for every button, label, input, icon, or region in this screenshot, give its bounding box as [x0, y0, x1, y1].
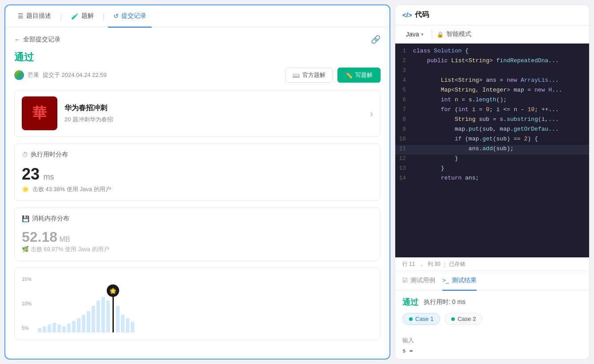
chart-bars: 🌟 — [38, 275, 373, 332]
code-line-1: 1 class Solution { — [395, 47, 589, 57]
runtime-section: ⏱ 执行用时分布 23 ms 🌟 击败 43.38% 使用 Java 的用户 — [14, 143, 381, 201]
code-header: </> 代码 — [395, 5, 589, 25]
code-line-14: 14 return ans; — [395, 174, 589, 184]
bar-13 — [96, 300, 100, 332]
case-tab-2[interactable]: Case 2 — [445, 313, 482, 325]
bar-6 — [62, 326, 66, 332]
card-subtitle: 20 题冲刺华为春招 — [64, 116, 113, 124]
input-value: s = — [402, 347, 582, 354]
code-line-13: 13 } — [395, 164, 589, 174]
code-line-6: 6 int n = s.length(); — [395, 96, 589, 106]
marker-stem — [112, 296, 114, 332]
tab-divider-1: | — [60, 12, 62, 20]
toolbar-divider — [432, 30, 432, 39]
avatar-emoji: 🌿 — [16, 73, 22, 78]
code-statusbar: 行 11 ， 列 30 | 已存储 — [395, 257, 589, 271]
bar-8 — [72, 321, 76, 332]
case-dot-2 — [451, 317, 455, 321]
code-line-10: 10 if (map.get(sub) == 2) { — [395, 135, 589, 145]
huawei-card[interactable]: 華 华为春招冲刺 20 题冲刺华为春招 › — [14, 90, 381, 137]
smart-mode-label: 智能模式 — [446, 30, 471, 38]
bar-18 — [121, 315, 124, 332]
language-selector[interactable]: Java ▾ — [402, 29, 427, 40]
write-solution-button[interactable]: ✏️ 写题解 — [337, 68, 381, 83]
statusbar-separator: ， — [419, 260, 424, 268]
save-status: 已存储 — [449, 260, 465, 268]
bar-12 — [92, 306, 95, 332]
bar-14 — [101, 297, 105, 332]
chart-label-5: 5% — [22, 325, 32, 331]
runtime-stat: 23 ms — [22, 165, 373, 184]
memory-title: 💾 消耗内存分布 — [22, 215, 373, 223]
case-tabs: Case 1 Case 2 — [402, 313, 582, 325]
right-panel: </> 代码 Java ▾ 🔒 智能模式 1 class Solution { … — [395, 4, 590, 360]
bar-7 — [67, 324, 71, 332]
submission-icon: ↺ — [113, 12, 119, 20]
code-line-9: 9 map.put(sub, map.getOrDefau... — [395, 125, 589, 135]
runtime-title: ⏱ 执行用时分布 — [22, 151, 373, 159]
result-header: 通过 执行用时: 0 ms — [402, 297, 582, 308]
tab-divider-2: | — [103, 12, 105, 20]
card-text: 华为春招冲刺 20 题冲刺华为春招 — [64, 104, 113, 124]
tab-submission[interactable]: ↺ 提交记录 — [108, 5, 152, 28]
statusbar-dot: | — [444, 261, 445, 268]
memory-section: 💾 消耗内存分布 52.18 MB 🌿 击败 69.97% 使用 Java 的用… — [14, 207, 381, 261]
author-info: 🌿 芒果 提交于 2024.04.24 22:59 — [14, 70, 107, 80]
tab-solution-label: 题解 — [81, 12, 94, 20]
case-2-label: Case 2 — [458, 316, 476, 322]
bar-2 — [43, 326, 46, 332]
runtime-desc: 🌟 击败 43.38% 使用 Java 的用户 — [22, 185, 373, 193]
tab-problem-label: 题目描述 — [26, 12, 51, 20]
bar-1 — [38, 328, 41, 332]
left-panel: ☰ 题目描述 | 🧪 题解 | ↺ 提交记录 ← 全部提交记录 🔗 通过 — [4, 4, 390, 360]
card-title: 华为春招冲刺 — [64, 104, 113, 113]
bar-19 — [126, 318, 129, 332]
bar-17 — [116, 306, 120, 332]
hand-icon: 🌿 — [22, 246, 29, 252]
memory-desc: 🌿 击败 69.97% 使用 Java 的用户 — [22, 245, 373, 253]
lock-icon: 🔒 — [437, 31, 444, 38]
case-1-label: Case 1 — [415, 316, 433, 322]
link-icon[interactable]: 🔗 — [371, 35, 381, 44]
cursor-row: 行 11 — [402, 260, 415, 268]
edit-icon: ✏️ — [345, 72, 353, 79]
code-title-text: 代码 — [415, 10, 429, 20]
code-title-icon: </> — [402, 11, 412, 19]
test-results: 通过 执行用时: 0 ms Case 1 Case 2 — [395, 291, 589, 336]
runtime-title-text: 执行用时分布 — [31, 151, 68, 159]
runtime-value: 23 — [22, 165, 40, 183]
result-status: 通过 — [402, 297, 418, 308]
back-arrow-icon: ← — [14, 36, 20, 43]
code-editor[interactable]: 1 class Solution { 2 public List<String>… — [395, 44, 589, 257]
back-label: 全部提交记录 — [23, 36, 60, 44]
bar-9 — [77, 318, 80, 332]
runtime-beat-text: 击败 43.38% 使用 Java 的用户 — [32, 186, 111, 192]
problem-icon: ☰ — [18, 12, 24, 20]
tab-solution[interactable]: 🧪 题解 — [66, 5, 99, 28]
chart-section: 15% 10% 5% — [14, 267, 381, 340]
action-buttons: 📖 官方题解 ✏️ 写题解 — [285, 68, 381, 83]
tab-bar: ☰ 题目描述 | 🧪 题解 | ↺ 提交记录 — [5, 5, 389, 28]
memory-beat-text: 击败 69.97% 使用 Java 的用户 — [31, 246, 109, 252]
chart-label-10: 10% — [22, 301, 32, 306]
code-line-8: 8 String sub = s.substring(i,... — [395, 116, 589, 125]
tab-test-result[interactable]: >_ 测试结果 — [442, 271, 477, 291]
bar-4 — [52, 323, 56, 332]
book-icon: 📖 — [293, 72, 300, 79]
memory-value: 52.18 — [22, 229, 57, 245]
chevron-down-icon: ▾ — [421, 32, 424, 37]
back-button[interactable]: ← 全部提交记录 — [14, 36, 60, 44]
case-tab-1[interactable]: Case 1 — [402, 313, 440, 325]
memory-icon: 💾 — [22, 215, 29, 222]
test-panel: ☑ 测试用例 >_ 测试结果 通过 执行用时: 0 ms Case 1 — [395, 271, 589, 359]
code-line-7: 7 for (int i = 0; i <= n - 10; ++... — [395, 106, 589, 116]
tab-test-case[interactable]: ☑ 测试用例 — [402, 271, 435, 291]
language-label: Java — [406, 31, 419, 38]
tab-problem[interactable]: ☰ 题目描述 — [12, 5, 56, 28]
author-row: 🌿 芒果 提交于 2024.04.24 22:59 📖 官方题解 ✏️ 写题解 — [14, 68, 381, 83]
official-solution-button[interactable]: 📖 官方题解 — [285, 68, 333, 83]
test-result-icon: >_ — [442, 277, 449, 284]
code-line-5: 5 Map<String, Integer> map = new H... — [395, 86, 589, 96]
huawei-logo: 華 — [22, 96, 57, 130]
code-line-2: 2 public List<String> findRepeatedDna... — [395, 57, 589, 67]
